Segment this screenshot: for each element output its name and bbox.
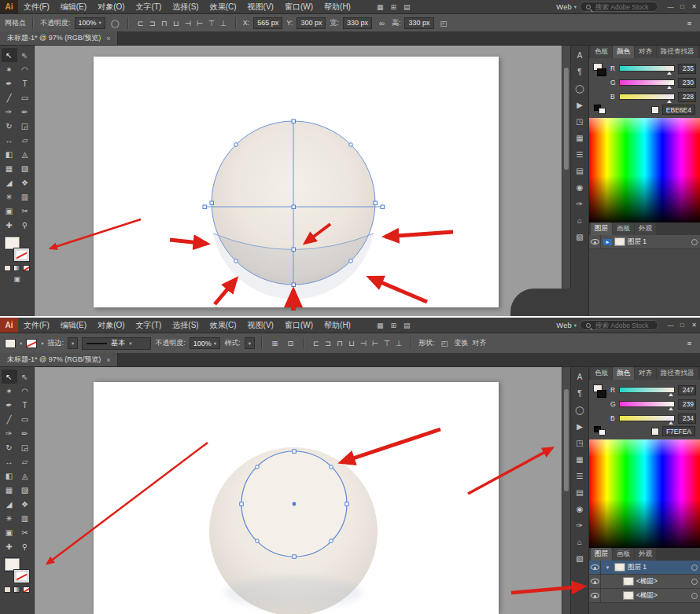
hand-tool[interactable]: ✚ [2,218,17,232]
transform-link[interactable]: 变换 [454,338,468,348]
align-icon[interactable]: ⊥ [393,337,404,349]
perspective-grid-tool[interactable]: ◬ [17,469,33,483]
b-slider[interactable] [619,94,675,100]
line-segment-tool[interactable]: ╱ [2,90,17,105]
pen-tool[interactable]: ✒ [2,398,17,412]
pencil-tool[interactable]: ✏ [17,105,33,119]
gradient-mode-icon[interactable] [13,586,20,593]
appearance-panel-icon[interactable]: ✑ [571,196,588,212]
document-layout-icon[interactable]: ⊞ [390,3,396,11]
layer-name[interactable]: 图层 1 [628,563,689,572]
width-tool[interactable]: ↔ [2,133,17,147]
color-mode-icon[interactable] [4,265,11,271]
panel-tab[interactable]: 路径查找器 [657,46,698,58]
free-transform-tool[interactable]: ▱ [17,454,33,469]
document-layout-icon[interactable]: ⊞ [390,322,396,329]
menu-item[interactable]: 效果(C) [204,0,242,13]
r-slider[interactable] [619,65,675,72]
align-icon[interactable]: ⊢ [370,337,381,349]
align-icon[interactable]: ⊤ [206,17,217,29]
close-icon[interactable]: × [106,356,110,364]
minimize-button[interactable]: — [665,318,676,332]
g-value[interactable]: 230 [678,78,696,88]
blend-tool[interactable]: ❖ [17,497,33,511]
perspective-grid-tool[interactable]: ◬ [17,147,33,161]
r-value[interactable]: 235 [678,64,696,74]
slider-thumb[interactable] [667,100,672,103]
visibility-toggle[interactable] [589,561,601,574]
blend-tool[interactable]: ❖ [17,175,33,189]
character-panel-icon[interactable]: A [571,47,588,64]
column-graph-tool[interactable]: ▥ [17,511,33,525]
slider-thumb[interactable] [669,393,673,396]
scale-tool[interactable]: ◲ [17,119,33,133]
selection-tool[interactable]: ↖ [2,48,17,62]
panel-tab[interactable]: 外观 [635,548,656,561]
mesh-tool[interactable]: ▦ [2,161,17,175]
align-icon[interactable]: ⊣ [358,337,369,349]
link-icon[interactable]: ∞ [376,17,388,29]
transform-icon[interactable]: ◰ [438,17,450,29]
layer-name[interactable]: 图层 1 [628,237,689,247]
close-icon[interactable]: × [106,35,110,42]
free-transform-tool[interactable]: ▱ [17,133,33,147]
document-tab[interactable]: 未标题-1* @ 97% (RGB/预览) × [0,31,118,45]
stroke-panel-icon[interactable]: ◯ [571,80,588,97]
panel-tab[interactable]: 对齐 [635,367,656,380]
fill-swatch[interactable] [5,237,20,249]
disclosure-arrow-icon[interactable]: ▾ [603,564,612,571]
none-mode-icon[interactable] [23,586,30,593]
fill-swatch-mini[interactable] [5,339,16,348]
eyedropper-tool[interactable]: ◢ [2,175,17,189]
eyedropper-tool[interactable]: ◢ [2,497,17,511]
stroke-swatch-mini[interactable] [26,339,37,348]
mesh-tool[interactable]: ▦ [2,483,17,497]
symbols-panel-icon[interactable]: ⌂ [571,534,588,550]
fill-stroke-indicator[interactable] [5,237,29,261]
panel-tab[interactable]: 颜色 [613,367,634,380]
slice-tool[interactable]: ✂ [17,204,33,218]
type-tool[interactable]: T [17,76,33,90]
type-tool[interactable]: T [17,398,33,412]
panel-tab[interactable]: 图层 [591,222,612,235]
vertical-scrollbar[interactable] [562,46,570,316]
align-icon[interactable]: ⊓ [334,337,345,349]
screen-mode-icon[interactable]: ▤ [403,3,411,11]
rotate-tool[interactable]: ↻ [2,440,17,454]
stroke-swatch[interactable] [14,570,29,583]
align-icon[interactable]: ⊤ [381,337,392,349]
canvas[interactable] [35,46,562,316]
menu-item[interactable]: 视图(V) [242,0,279,13]
vertical-scrollbar[interactable] [562,367,570,614]
align-link[interactable]: 对齐 [472,338,486,348]
navigator-panel-icon[interactable]: ◳ [571,435,588,451]
target-circle-icon[interactable] [691,593,698,599]
width-tool[interactable]: ↔ [2,454,17,469]
workspace-switcher[interactable]: Web ▾ [556,321,580,329]
brush-definition-dropdown[interactable]: 基本 ▾ [82,337,151,350]
paintbrush-tool[interactable]: ✑ [2,105,17,119]
opacity-field[interactable]: 100% ▾ [75,17,105,29]
stroke-weight-field[interactable]: ▾ [68,337,78,349]
lasso-tool[interactable]: ◠ [17,62,33,76]
menu-item[interactable]: 选择(S) [167,318,204,332]
rectangle-tool[interactable]: ▭ [17,90,33,105]
b-slider[interactable] [619,415,675,421]
align-icon[interactable]: ⊔ [346,337,357,349]
align-icon[interactable]: ⊐ [147,17,158,29]
width-field[interactable]: 330 px [343,17,372,29]
menu-item[interactable]: 对象(O) [92,318,130,332]
search-input[interactable] [594,321,652,330]
actions-panel-icon[interactable]: ▶ [571,97,588,113]
slice-tool[interactable]: ✂ [17,525,33,539]
align-icon[interactable]: ⊥ [218,17,229,29]
panel-tab[interactable]: 色板 [591,46,612,58]
gradient-tool[interactable]: ▨ [17,483,33,497]
panel-tab[interactable]: 色板 [591,367,612,380]
direct-selection-tool[interactable]: ⇖ [17,370,33,384]
stock-search[interactable] [580,320,658,330]
menu-item[interactable]: 文件(F) [18,318,55,332]
lasso-tool[interactable]: ◠ [17,384,33,398]
rotate-tool[interactable]: ↻ [2,119,17,133]
align-icon[interactable]: ⊏ [311,337,322,349]
